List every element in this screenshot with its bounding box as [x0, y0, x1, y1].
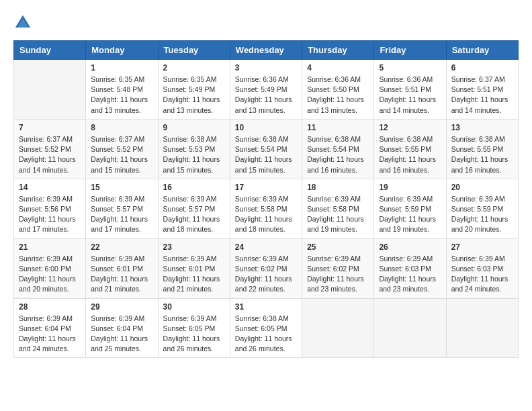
- day-header-thursday: Thursday: [302, 41, 374, 60]
- day-number: 12: [379, 123, 441, 132]
- day-number: 4: [307, 63, 369, 73]
- day-info: Sunrise: 6:39 AMSunset: 6:00 PMDaylight:…: [19, 254, 81, 295]
- day-number: 29: [91, 302, 152, 312]
- day-header-friday: Friday: [374, 41, 446, 60]
- calendar-week-row: 14Sunrise: 6:39 AMSunset: 5:56 PMDayligh…: [14, 179, 519, 238]
- day-number: 18: [307, 183, 369, 192]
- day-number: 26: [379, 242, 441, 252]
- day-number: 25: [307, 242, 369, 252]
- day-number: 19: [379, 183, 441, 192]
- calendar-cell: 17Sunrise: 6:39 AMSunset: 5:58 PMDayligh…: [230, 179, 302, 238]
- calendar-cell: 18Sunrise: 6:39 AMSunset: 5:58 PMDayligh…: [302, 179, 374, 238]
- day-number: 17: [235, 183, 297, 192]
- calendar-cell: 4Sunrise: 6:36 AMSunset: 5:50 PMDaylight…: [302, 60, 374, 120]
- calendar-cell: 7Sunrise: 6:37 AMSunset: 5:52 PMDaylight…: [14, 119, 86, 179]
- day-info: Sunrise: 6:39 AMSunset: 6:03 PMDaylight:…: [379, 254, 441, 295]
- day-number: 8: [91, 123, 152, 132]
- day-info: Sunrise: 6:39 AMSunset: 5:59 PMDaylight:…: [451, 194, 513, 235]
- day-info: Sunrise: 6:38 AMSunset: 6:05 PMDaylight:…: [235, 314, 297, 355]
- day-info: Sunrise: 6:39 AMSunset: 6:01 PMDaylight:…: [91, 254, 152, 295]
- calendar-week-row: 1Sunrise: 6:35 AMSunset: 5:48 PMDaylight…: [14, 60, 519, 120]
- calendar-cell: [302, 298, 374, 358]
- calendar-cell: [14, 60, 86, 120]
- calendar-cell: 9Sunrise: 6:38 AMSunset: 5:53 PMDaylight…: [158, 119, 230, 179]
- calendar-cell: 5Sunrise: 6:36 AMSunset: 5:51 PMDaylight…: [374, 60, 446, 120]
- calendar-body: 1Sunrise: 6:35 AMSunset: 5:48 PMDaylight…: [14, 60, 519, 358]
- calendar-header: SundayMondayTuesdayWednesdayThursdayFrid…: [14, 41, 519, 60]
- day-info: Sunrise: 6:39 AMSunset: 6:01 PMDaylight:…: [163, 254, 225, 295]
- day-info: Sunrise: 6:39 AMSunset: 5:57 PMDaylight:…: [91, 194, 152, 235]
- day-info: Sunrise: 6:39 AMSunset: 5:58 PMDaylight:…: [307, 194, 369, 235]
- day-info: Sunrise: 6:38 AMSunset: 5:54 PMDaylight:…: [307, 134, 369, 175]
- day-info: Sunrise: 6:39 AMSunset: 6:03 PMDaylight:…: [451, 254, 513, 295]
- calendar-cell: 31Sunrise: 6:38 AMSunset: 6:05 PMDayligh…: [230, 298, 302, 358]
- day-info: Sunrise: 6:35 AMSunset: 5:49 PMDaylight:…: [163, 75, 225, 116]
- day-info: Sunrise: 6:39 AMSunset: 6:02 PMDaylight:…: [235, 254, 297, 295]
- calendar-cell: 3Sunrise: 6:36 AMSunset: 5:49 PMDaylight…: [230, 60, 302, 120]
- header-row: SundayMondayTuesdayWednesdayThursdayFrid…: [14, 41, 519, 60]
- day-info: Sunrise: 6:37 AMSunset: 5:52 PMDaylight:…: [91, 134, 152, 175]
- calendar-cell: 14Sunrise: 6:39 AMSunset: 5:56 PMDayligh…: [14, 179, 86, 238]
- calendar-cell: 2Sunrise: 6:35 AMSunset: 5:49 PMDaylight…: [158, 60, 230, 120]
- calendar-cell: 1Sunrise: 6:35 AMSunset: 5:48 PMDaylight…: [86, 60, 158, 120]
- day-number: 11: [307, 123, 369, 132]
- day-header-tuesday: Tuesday: [158, 41, 230, 60]
- logo: [13, 13, 35, 32]
- calendar-cell: 21Sunrise: 6:39 AMSunset: 6:00 PMDayligh…: [14, 238, 86, 298]
- day-info: Sunrise: 6:39 AMSunset: 6:04 PMDaylight:…: [19, 314, 81, 355]
- day-number: 15: [91, 183, 152, 192]
- calendar-cell: 13Sunrise: 6:38 AMSunset: 5:55 PMDayligh…: [446, 119, 518, 179]
- day-info: Sunrise: 6:39 AMSunset: 6:05 PMDaylight:…: [163, 314, 225, 355]
- calendar-cell: 22Sunrise: 6:39 AMSunset: 6:01 PMDayligh…: [86, 238, 158, 298]
- calendar-cell: 16Sunrise: 6:39 AMSunset: 5:57 PMDayligh…: [158, 179, 230, 238]
- calendar-cell: 30Sunrise: 6:39 AMSunset: 6:05 PMDayligh…: [158, 298, 230, 358]
- calendar-cell: 10Sunrise: 6:38 AMSunset: 5:54 PMDayligh…: [230, 119, 302, 179]
- day-number: 28: [19, 302, 81, 312]
- calendar-cell: 24Sunrise: 6:39 AMSunset: 6:02 PMDayligh…: [230, 238, 302, 298]
- day-number: 20: [451, 183, 513, 192]
- day-number: 22: [91, 242, 152, 252]
- page-header: [13, 13, 519, 32]
- day-info: Sunrise: 6:36 AMSunset: 5:49 PMDaylight:…: [235, 75, 297, 116]
- day-number: 7: [19, 123, 81, 132]
- day-info: Sunrise: 6:39 AMSunset: 5:57 PMDaylight:…: [163, 194, 225, 235]
- calendar-cell: 26Sunrise: 6:39 AMSunset: 6:03 PMDayligh…: [374, 238, 446, 298]
- logo-icon: [13, 13, 32, 32]
- calendar-cell: [446, 298, 518, 358]
- calendar-cell: 8Sunrise: 6:37 AMSunset: 5:52 PMDaylight…: [86, 119, 158, 179]
- day-number: 10: [235, 123, 297, 132]
- day-header-wednesday: Wednesday: [230, 41, 302, 60]
- day-info: Sunrise: 6:39 AMSunset: 6:02 PMDaylight:…: [307, 254, 369, 295]
- day-header-saturday: Saturday: [446, 41, 518, 60]
- day-info: Sunrise: 6:35 AMSunset: 5:48 PMDaylight:…: [91, 75, 152, 116]
- calendar-cell: 19Sunrise: 6:39 AMSunset: 5:59 PMDayligh…: [374, 179, 446, 238]
- day-number: 14: [19, 183, 81, 192]
- calendar-cell: 23Sunrise: 6:39 AMSunset: 6:01 PMDayligh…: [158, 238, 230, 298]
- calendar-cell: [374, 298, 446, 358]
- calendar-week-row: 28Sunrise: 6:39 AMSunset: 6:04 PMDayligh…: [14, 298, 519, 358]
- day-info: Sunrise: 6:37 AMSunset: 5:52 PMDaylight:…: [19, 134, 81, 175]
- day-number: 23: [163, 242, 225, 252]
- day-info: Sunrise: 6:39 AMSunset: 6:04 PMDaylight:…: [91, 314, 152, 355]
- day-info: Sunrise: 6:38 AMSunset: 5:55 PMDaylight:…: [451, 134, 513, 175]
- day-number: 31: [235, 302, 297, 312]
- day-info: Sunrise: 6:39 AMSunset: 5:59 PMDaylight:…: [379, 194, 441, 235]
- day-number: 16: [163, 183, 225, 192]
- day-info: Sunrise: 6:39 AMSunset: 5:58 PMDaylight:…: [235, 194, 297, 235]
- calendar-cell: 12Sunrise: 6:38 AMSunset: 5:55 PMDayligh…: [374, 119, 446, 179]
- day-number: 1: [91, 63, 152, 73]
- day-info: Sunrise: 6:37 AMSunset: 5:51 PMDaylight:…: [451, 75, 513, 116]
- calendar-cell: 29Sunrise: 6:39 AMSunset: 6:04 PMDayligh…: [86, 298, 158, 358]
- calendar-table: SundayMondayTuesdayWednesdayThursdayFrid…: [13, 40, 519, 358]
- day-number: 13: [451, 123, 513, 132]
- calendar-cell: 27Sunrise: 6:39 AMSunset: 6:03 PMDayligh…: [446, 238, 518, 298]
- day-info: Sunrise: 6:39 AMSunset: 5:56 PMDaylight:…: [19, 194, 81, 235]
- day-number: 24: [235, 242, 297, 252]
- day-header-monday: Monday: [86, 41, 158, 60]
- day-info: Sunrise: 6:36 AMSunset: 5:50 PMDaylight:…: [307, 75, 369, 116]
- day-info: Sunrise: 6:38 AMSunset: 5:53 PMDaylight:…: [163, 134, 225, 175]
- day-header-sunday: Sunday: [14, 41, 86, 60]
- day-number: 3: [235, 63, 297, 73]
- day-number: 9: [163, 123, 225, 132]
- day-number: 21: [19, 242, 81, 252]
